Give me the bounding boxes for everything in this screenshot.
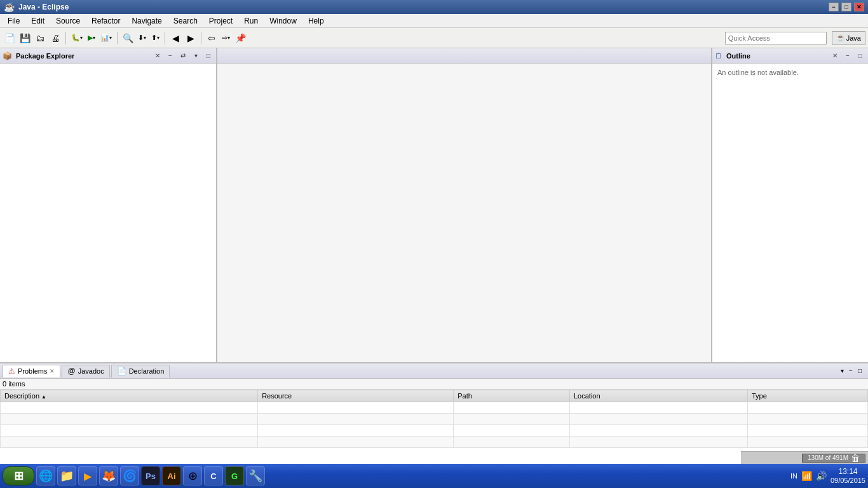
taskbar-icon-media[interactable]: ▶ bbox=[78, 466, 97, 485]
pin-button[interactable]: 📌 bbox=[233, 31, 247, 45]
menu-item-refactor[interactable]: Refactor bbox=[86, 15, 125, 27]
outline-title: Outline bbox=[726, 52, 827, 60]
menu-item-window[interactable]: Window bbox=[264, 15, 302, 27]
javadoc-icon: @ bbox=[67, 367, 75, 376]
menu-item-source[interactable]: Source bbox=[51, 15, 85, 27]
search-button[interactable]: 🔍 bbox=[121, 31, 135, 45]
bottom-panel-maximize-btn[interactable]: □ bbox=[857, 366, 863, 376]
tab-declaration-label: Declaration bbox=[129, 367, 165, 375]
tab-javadoc[interactable]: @ Javadoc bbox=[62, 365, 109, 377]
volume-icon[interactable]: 🔊 bbox=[816, 471, 827, 481]
outline-icon: 🗒 bbox=[715, 51, 722, 60]
tab-javadoc-label: Javadoc bbox=[78, 367, 104, 375]
package-explorer-minimize-btn[interactable]: − bbox=[165, 51, 175, 61]
run-dropdown[interactable]: ▶▾ bbox=[86, 31, 97, 45]
coverage-dropdown[interactable]: 📊▾ bbox=[98, 31, 114, 45]
table-row bbox=[1, 414, 868, 425]
main-area: 📦 Package Explorer ✕ − ⇄ ▾ □ bbox=[0, 48, 868, 464]
print-button[interactable]: 🖨 bbox=[48, 31, 62, 45]
save-all-button[interactable]: 🗂 bbox=[33, 31, 47, 45]
menu-item-edit[interactable]: Edit bbox=[26, 15, 50, 27]
taskbar-icon-tool[interactable]: 🔧 bbox=[246, 466, 265, 485]
start-button[interactable]: ⊞ bbox=[3, 466, 34, 485]
tab-problems-close[interactable]: ✕ bbox=[50, 368, 55, 374]
sort-arrow-description: ▲ bbox=[41, 394, 46, 400]
menu-item-project[interactable]: Project bbox=[204, 15, 238, 27]
outline-content: An outline is not available. bbox=[712, 64, 868, 362]
editor-content[interactable] bbox=[217, 64, 711, 362]
taskbar-icon-photoshop[interactable]: Ps bbox=[141, 466, 160, 485]
maximize-button[interactable]: □ bbox=[841, 3, 851, 11]
nav-output-dropdown[interactable]: ⇨▾ bbox=[220, 31, 232, 45]
taskbar-icon-eclipse2[interactable]: G bbox=[225, 466, 244, 485]
title-bar-controls: − □ ✕ bbox=[829, 3, 864, 11]
network-icon: 📶 bbox=[801, 471, 812, 481]
toolbar-separator-3 bbox=[165, 32, 165, 44]
title-bar: ☕ Java - Eclipse − □ ✕ bbox=[0, 0, 868, 14]
problems-tbody bbox=[1, 402, 868, 448]
bottom-tabs-bar: ⚠ Problems ✕ @ Javadoc 📄 Declaration ▾ −… bbox=[0, 363, 868, 379]
package-explorer-panel: 📦 Package Explorer ✕ − ⇄ ▾ □ bbox=[0, 48, 217, 362]
taskbar-icon-chrome[interactable]: ⊕ bbox=[183, 466, 202, 485]
col-resource[interactable]: Resource bbox=[258, 390, 454, 402]
taskbar-icon-eclipse1[interactable]: C bbox=[204, 466, 223, 485]
back-button[interactable]: ◀ bbox=[168, 31, 182, 45]
bottom-panel: ⚠ Problems ✕ @ Javadoc 📄 Declaration ▾ −… bbox=[0, 362, 868, 464]
close-button[interactable]: ✕ bbox=[854, 3, 864, 11]
menu-item-navigate[interactable]: Navigate bbox=[126, 15, 166, 27]
nav-input-button[interactable]: ⇦ bbox=[205, 31, 219, 45]
editor-tabs-bar bbox=[217, 48, 711, 64]
new-button[interactable]: 📄 bbox=[3, 31, 17, 45]
toolbar-separator-1 bbox=[65, 32, 66, 44]
clock-date: 09/05/2015 bbox=[831, 477, 865, 485]
debug-dropdown[interactable]: 🐛▾ bbox=[69, 31, 85, 45]
tab-declaration[interactable]: 📄 Declaration bbox=[111, 365, 170, 377]
toolbar-separator-4 bbox=[201, 32, 201, 44]
memory-indicator[interactable]: 130M of 491M 🗑 bbox=[802, 454, 865, 463]
taskbar-icon-ie[interactable]: 🌐 bbox=[36, 466, 55, 485]
menu-item-run[interactable]: Run bbox=[239, 15, 263, 27]
forward-button[interactable]: ▶ bbox=[184, 31, 198, 45]
col-type[interactable]: Type bbox=[747, 390, 867, 402]
table-header-row: Description ▲ Resource Path Location Typ… bbox=[1, 390, 868, 402]
clock-time: 13:14 bbox=[831, 467, 865, 476]
outline-maximize-btn[interactable]: □ bbox=[855, 51, 865, 61]
taskbar-icon-winamp[interactable]: 🌀 bbox=[120, 466, 139, 485]
menu-item-help[interactable]: Help bbox=[303, 15, 329, 27]
taskbar-icon-firefox[interactable]: 🦊 bbox=[99, 466, 118, 485]
save-button[interactable]: 💾 bbox=[18, 31, 32, 45]
tab-problems[interactable]: ⚠ Problems ✕ bbox=[3, 365, 60, 377]
prev-annotation[interactable]: ⬆▾ bbox=[149, 31, 161, 45]
menu-item-search[interactable]: Search bbox=[168, 15, 203, 27]
bottom-panel-menu-btn[interactable]: ▾ bbox=[839, 366, 845, 376]
perspective-button[interactable]: ☕ Java bbox=[832, 31, 865, 45]
col-location[interactable]: Location bbox=[569, 390, 747, 402]
editor-area bbox=[217, 48, 711, 362]
package-explorer-menu-btn[interactable]: ▾ bbox=[191, 51, 201, 61]
package-explorer-header: 📦 Package Explorer ✕ − ⇄ ▾ □ bbox=[0, 48, 216, 64]
outline-minimize-btn[interactable]: − bbox=[843, 51, 853, 61]
outline-close-btn[interactable]: ✕ bbox=[830, 51, 840, 61]
title-bar-text: Java - Eclipse bbox=[18, 3, 69, 11]
package-explorer-sync-btn[interactable]: ⇄ bbox=[178, 51, 188, 61]
taskbar-right: IN 📶 🔊 13:14 09/05/2015 bbox=[790, 467, 865, 485]
gc-icon[interactable]: 🗑 bbox=[851, 453, 860, 463]
col-path[interactable]: Path bbox=[454, 390, 570, 402]
next-annotation[interactable]: ⬇▾ bbox=[136, 31, 148, 45]
package-explorer-close-btn[interactable]: ✕ bbox=[153, 51, 163, 61]
col-description[interactable]: Description ▲ bbox=[1, 390, 258, 402]
perspective-label: Java bbox=[846, 34, 861, 42]
clock[interactable]: 13:14 09/05/2015 bbox=[831, 467, 865, 485]
taskbar-icon-explorer[interactable]: 📁 bbox=[57, 466, 76, 485]
bottom-panel-minimize-btn[interactable]: − bbox=[848, 366, 854, 376]
memory-text: 130M of 491M bbox=[808, 454, 848, 461]
menu-item-file[interactable]: File bbox=[3, 15, 25, 27]
minimize-button[interactable]: − bbox=[829, 3, 839, 11]
table-row bbox=[1, 437, 868, 448]
outline-header: 🗒 Outline ✕ − □ bbox=[712, 48, 868, 64]
package-explorer-maximize-btn[interactable]: □ bbox=[203, 51, 214, 61]
tab-problems-label: Problems bbox=[18, 367, 47, 375]
toolbar: 📄 💾 🗂 🖨 🐛▾ ▶▾ 📊▾ 🔍 ⬇▾ ⬆▾ ◀ ▶ ⇦ ⇨▾ 📌 ☕ Ja… bbox=[0, 28, 868, 48]
taskbar-icon-illustrator[interactable]: Ai bbox=[162, 466, 181, 485]
quick-access-input[interactable] bbox=[725, 32, 827, 44]
